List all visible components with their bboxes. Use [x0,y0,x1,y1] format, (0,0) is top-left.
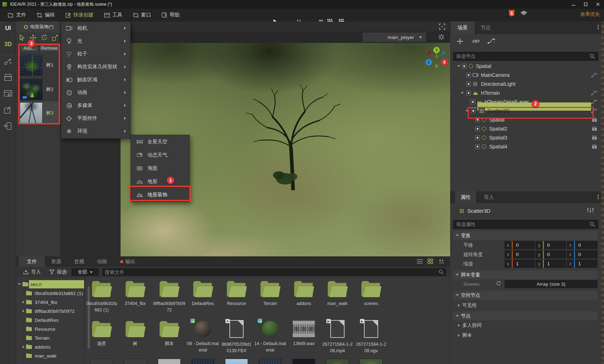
tree-row-folder[interactable]: Terrain [16,333,84,342]
tree-row-maincamera[interactable]: MainCamera [450,70,601,79]
remove-decor-button[interactable]: Remove [39,44,59,52]
visibility-checkbox[interactable] [475,126,480,131]
add-node-icon[interactable] [457,38,463,45]
tab-3d[interactable]: 3D [0,41,16,48]
grid-item-wav[interactable]: ♪ 13649.wav [287,321,321,347]
tree-row-hterrain[interactable]: HTerrain [450,88,601,97]
menu-item-sea[interactable]: 海面 [131,162,189,175]
performance-mode-label[interactable]: 效果优先 [580,11,600,18]
grid-item-material[interactable]: 08 - Default.material [186,321,220,353]
grid-item-folder[interactable]: man_walk [321,281,354,307]
grid-item-folder[interactable]: 脚本 [152,321,186,347]
open-script-icon[interactable] [591,90,597,95]
menu-file[interactable]: 文件 [5,10,29,20]
grid-item-partial[interactable] [191,359,214,364]
tree-row-res[interactable]: res:// [16,280,84,289]
axis-gizmo[interactable]: Y Z X [424,46,449,71]
tree-row-spatial1[interactable]: Spatial [450,115,601,124]
import-button[interactable]: 导入 [23,267,41,277]
tab-scene[interactable]: 场景 [451,21,474,34]
visibility-checkbox[interactable] [466,90,471,95]
panel-menu-icon[interactable]: ••• [597,25,599,30]
expand-icon[interactable] [23,345,24,348]
menu-item-multimedia[interactable]: 多媒体 [61,99,130,112]
menu-window[interactable]: 窗口 [130,10,154,20]
tree-row-folder[interactable]: addons [16,342,84,351]
collapse-icon[interactable] [466,110,468,112]
scene-clapper-icon[interactable] [592,126,597,131]
tab-files[interactable]: 文件 [19,256,45,267]
rotate-y-field[interactable]: y0 [536,250,566,259]
filter-control[interactable]: 筛选: [49,267,68,277]
close-button[interactable] [592,0,604,9]
grid-item-folder[interactable]: addons [287,281,321,307]
minimize-button[interactable] [568,0,580,9]
grid-item-partial[interactable] [292,359,315,364]
panel-menu-icon[interactable]: ••• [597,194,599,200]
grid-item-folder[interactable]: 8ff6ac60b97b0972 [152,281,186,313]
collapse-icon[interactable] [461,92,464,94]
expand-icon[interactable] [23,310,24,313]
grid-item-partial[interactable] [90,359,113,364]
grid-item-fbx[interactable]: + 8b96705209d10139.FBX [220,320,253,354]
asset-store-icon[interactable] [4,74,12,81]
section-script-variables[interactable]: 脚本变量 [453,270,598,279]
visibility-checkbox[interactable] [462,64,467,68]
translate-z-field[interactable]: z0 [567,241,598,249]
html5-icon[interactable]: 5 [509,10,515,16]
visibility-checkbox[interactable] [466,73,471,77]
scene-clapper-icon[interactable] [592,135,597,140]
viewport-settings-gear-icon[interactable] [438,33,445,41]
visibility-checkbox[interactable] [471,108,476,113]
visibility-checkbox[interactable] [475,135,480,140]
inherit-scene-icon[interactable] [487,38,495,44]
grid-item-partial[interactable] [326,359,349,364]
decor-item-tree2[interactable]: 树2 [19,77,59,102]
translate-x-field[interactable]: x0 [505,241,535,249]
grid-item-partial[interactable] [259,359,282,364]
grid-item-folder[interactable]: Terrain [253,281,287,307]
scale-tool-icon[interactable] [52,34,58,41]
row-script[interactable]: 脚本 [458,332,472,339]
grid-item-folder[interactable]: 树 [118,321,152,347]
row-visibility[interactable]: 可见性 [458,302,477,309]
node-graph-icon[interactable] [4,58,12,66]
scale-z-field[interactable]: z1 [567,260,598,268]
project-settings-icon[interactable] [4,90,12,97]
tab-animation[interactable]: 动画 [91,256,113,267]
rotate-x-field[interactable]: x0 [505,250,535,259]
tutorial-cap-icon[interactable] [520,11,527,16]
scene-clapper-icon[interactable] [592,144,597,149]
menu-edit[interactable]: 编辑 [34,10,58,20]
visibility-checkbox[interactable] [475,144,480,149]
instance-scene-icon[interactable] [472,38,479,44]
collapse-icon[interactable] [457,65,460,67]
extra-resources-icon[interactable] [587,207,594,213]
tree-row-scatter3d[interactable]: Scatter3D [450,106,601,115]
menu-item-particles[interactable]: 粒子 [61,48,130,60]
grid-item-folder[interactable]: 37404_fbx [118,281,152,307]
section-transform[interactable]: 变换 [453,231,598,240]
menu-item-light[interactable]: 光 [61,35,130,48]
menu-item-camera[interactable]: 相机 [61,22,130,35]
open-script-icon[interactable] [591,73,597,77]
open-script-icon[interactable] [591,108,597,113]
tab-import[interactable]: 导入 [479,191,499,203]
scene-filter-input[interactable] [453,54,590,59]
menu-help[interactable]: 帮助 [159,10,182,20]
visibility-checkbox[interactable] [471,99,475,104]
grid-item-ogv[interactable]: ▸ 267271564-1-208.ogv [354,320,388,354]
expand-icon[interactable] [23,301,24,304]
section-spatial-node[interactable]: 空间节点 [453,291,598,300]
decor-item-tree1[interactable]: 树1 [19,53,59,77]
fullscreen-icon[interactable] [439,24,445,30]
grid-item-folder[interactable]: DefaultRes [186,281,220,307]
tree-row-spatial2[interactable]: Spatial2 [450,124,601,133]
menu-tools[interactable]: 工具 [101,10,125,20]
tree-row-folder[interactable]: Resource [16,324,84,333]
tree-row-folder[interactable]: 37404_fbx [16,297,84,306]
grid-item-folder[interactable]: 0bcd0cb9b31fa662 (1) [85,281,118,313]
select-tool-icon[interactable] [19,34,25,41]
tree-row-folder[interactable]: man_walk [16,351,84,360]
tree-row-spatial4[interactable]: Spatial4 [450,142,601,151]
